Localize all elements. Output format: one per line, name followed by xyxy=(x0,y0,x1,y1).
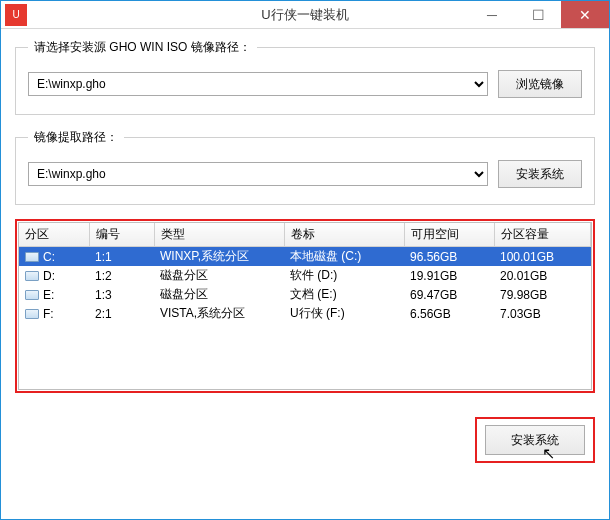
header-capacity[interactable]: 分区容量 xyxy=(494,223,591,247)
table-cell: 1:1 xyxy=(89,247,154,267)
close-button[interactable]: ✕ xyxy=(561,1,609,28)
header-free[interactable]: 可用空间 xyxy=(404,223,494,247)
table-cell: 磁盘分区 xyxy=(154,266,284,285)
table-cell: 96.56GB xyxy=(404,247,494,267)
header-type[interactable]: 类型 xyxy=(154,223,284,247)
table-row[interactable]: E:1:3磁盘分区文档 (E:)69.47GB79.98GB xyxy=(19,285,591,304)
table-cell: 69.47GB xyxy=(404,285,494,304)
browse-image-button[interactable]: 浏览镜像 xyxy=(498,70,582,98)
header-number[interactable]: 编号 xyxy=(89,223,154,247)
partition-table-container: 分区 编号 类型 卷标 可用空间 分区容量 C:1:1WINXP,系统分区本地磁… xyxy=(18,222,592,390)
table-cell: 7.03GB xyxy=(494,304,591,323)
header-partition[interactable]: 分区 xyxy=(19,223,89,247)
drive-icon xyxy=(25,290,39,300)
table-cell: 软件 (D:) xyxy=(284,266,404,285)
source-image-legend: 请选择安装源 GHO WIN ISO 镜像路径： xyxy=(28,39,257,56)
table-cell: VISTA,系统分区 xyxy=(154,304,284,323)
table-cell: WINXP,系统分区 xyxy=(154,247,284,267)
maximize-button[interactable]: ☐ xyxy=(515,1,561,28)
table-cell: U行侠 (F:) xyxy=(284,304,404,323)
table-cell: D: xyxy=(19,266,89,285)
table-cell: 1:2 xyxy=(89,266,154,285)
table-cell: 20.01GB xyxy=(494,266,591,285)
bottom-button-area: 安装系统 ↖ xyxy=(15,417,595,463)
partition-table-highlight: 分区 编号 类型 卷标 可用空间 分区容量 C:1:1WINXP,系统分区本地磁… xyxy=(15,219,595,393)
install-system-button-bottom[interactable]: 安装系统 xyxy=(485,425,585,455)
table-cell: 文档 (E:) xyxy=(284,285,404,304)
window-controls: ─ ☐ ✕ xyxy=(469,1,609,28)
extract-path-legend: 镜像提取路径： xyxy=(28,129,124,146)
table-cell: E: xyxy=(19,285,89,304)
table-cell: 100.01GB xyxy=(494,247,591,267)
drive-icon xyxy=(25,309,39,319)
table-cell: 2:1 xyxy=(89,304,154,323)
install-system-button-top[interactable]: 安装系统 xyxy=(498,160,582,188)
table-cell: F: xyxy=(19,304,89,323)
source-image-combo[interactable]: E:\winxp.gho xyxy=(28,72,488,96)
install-button-highlight: 安装系统 ↖ xyxy=(475,417,595,463)
header-volume[interactable]: 卷标 xyxy=(284,223,404,247)
partition-table: 分区 编号 类型 卷标 可用空间 分区容量 C:1:1WINXP,系统分区本地磁… xyxy=(19,223,591,323)
window-titlebar: U U行侠一键装机 ─ ☐ ✕ xyxy=(1,1,609,29)
minimize-button[interactable]: ─ xyxy=(469,1,515,28)
table-cell: C: xyxy=(19,247,89,267)
table-cell: 磁盘分区 xyxy=(154,285,284,304)
app-icon: U xyxy=(5,4,27,26)
table-header-row: 分区 编号 类型 卷标 可用空间 分区容量 xyxy=(19,223,591,247)
extract-path-combo[interactable]: E:\winxp.gho xyxy=(28,162,488,186)
table-cell: 1:3 xyxy=(89,285,154,304)
table-row[interactable]: F:2:1VISTA,系统分区U行侠 (F:)6.56GB7.03GB xyxy=(19,304,591,323)
app-icon-label: U xyxy=(12,9,19,20)
source-image-group: 请选择安装源 GHO WIN ISO 镜像路径： E:\winxp.gho 浏览… xyxy=(15,39,595,115)
table-cell: 本地磁盘 (C:) xyxy=(284,247,404,267)
drive-icon xyxy=(25,271,39,281)
table-cell: 19.91GB xyxy=(404,266,494,285)
extract-path-group: 镜像提取路径： E:\winxp.gho 安装系统 xyxy=(15,129,595,205)
table-row[interactable]: C:1:1WINXP,系统分区本地磁盘 (C:)96.56GB100.01GB xyxy=(19,247,591,267)
table-cell: 79.98GB xyxy=(494,285,591,304)
content-area: 请选择安装源 GHO WIN ISO 镜像路径： E:\winxp.gho 浏览… xyxy=(1,29,609,477)
window-title: U行侠一键装机 xyxy=(261,6,348,24)
drive-icon xyxy=(25,252,39,262)
table-cell: 6.56GB xyxy=(404,304,494,323)
table-row[interactable]: D:1:2磁盘分区软件 (D:)19.91GB20.01GB xyxy=(19,266,591,285)
